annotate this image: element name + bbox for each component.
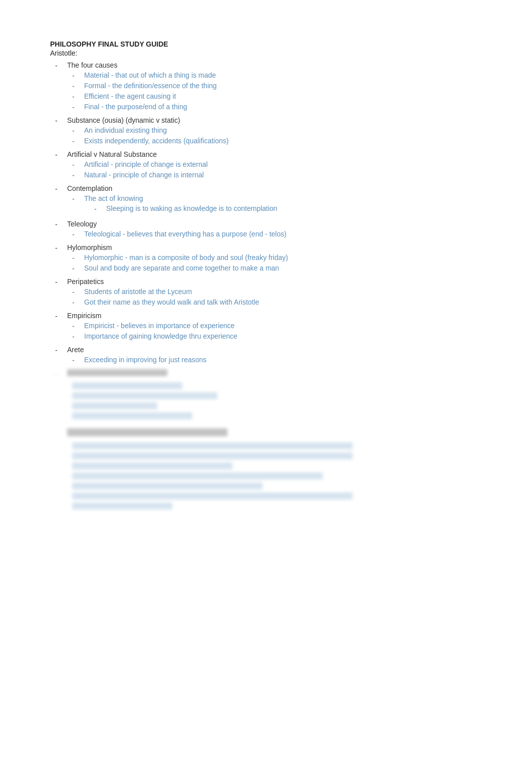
subtitle: Aristotle: [50,49,482,57]
section-label: The four causes [67,61,117,69]
bullet-icon: - [72,71,84,80]
list-item: - Teleological - believes that everythin… [72,230,482,238]
bullet-icon: - [55,312,67,320]
list-item: - Final - the purpose/end of a thing [72,103,482,111]
section-label: Contemplation [67,184,112,192]
item-label: Teleological - believes that everything … [84,230,287,238]
bullet-icon: - [55,150,67,159]
list-item: - Natural - principle of change is inter… [72,171,482,179]
item-label: Sleeping is to waking as knowledge is to… [106,204,278,212]
list-item: - Exceeding in improving for just reason… [72,356,482,364]
bullet-icon: - [72,103,84,111]
item-label: Exceeding in improving for just reasons [84,356,206,364]
item-label: Empiricist - believes in importance of e… [84,322,234,330]
sub-list: - Students of aristotle at the Lyceum - … [72,288,482,307]
list-item: - Soul and body are separate and come to… [72,264,482,273]
list-item: - Exists independently, accidents (quali… [72,137,482,145]
bullet-icon: - [55,220,67,228]
section-label: Hylomorphism [67,243,112,251]
item-label: Students of aristotle at the Lyceum [84,288,192,296]
item-label: Efficient - the agent causing it [84,92,176,100]
list-item: - Hylomorphic - man is a composite of bo… [72,253,482,262]
list-item: - Hylomorphism - Hylomorphic - man is a … [55,243,482,275]
bullet-icon: - [72,137,84,145]
bullet-icon: - [72,160,84,169]
sub-list: - Material - that out of which a thing i… [72,71,482,111]
section-label: Arete [67,346,84,354]
item-label: Final - the purpose/end of a thing [84,103,187,111]
item-label: The act of knowing [84,194,143,202]
bullet-icon: - [94,204,106,213]
bullet-icon: - [55,346,67,354]
sub-list: - The act of knowing - Sleeping is to wa… [72,194,482,215]
list-item: - Sleeping is to waking as knowledge is … [94,204,482,213]
bullet-icon: - [72,253,84,262]
sub-list: - Empiricist - believes in importance of… [72,322,482,341]
list-item: - Empiricism - Empiricist - believes in … [55,312,482,343]
bullet-icon: - [72,356,84,364]
sub-sub-list: - Sleeping is to waking as knowledge is … [94,204,482,213]
item-label: Formal - the definition/essence of the t… [84,82,217,90]
item-label: Got their name as they would walk and ta… [84,298,259,306]
bullet-icon: - [72,288,84,296]
list-item: - Material - that out of which a thing i… [72,71,482,80]
sub-list: - Teleological - believes that everythin… [72,230,482,238]
bullet-icon: - [72,171,84,179]
section-label: Teleology [67,220,97,228]
sub-list: - Exceeding in improving for just reason… [72,356,482,364]
section-label: Artificial v Natural Substance [67,150,157,158]
bullet-icon: - [55,278,67,286]
bullet-icon: - [55,243,67,252]
list-item: - The act of knowing - Sleeping is to wa… [72,194,482,215]
bullet-icon: - [55,184,67,193]
section-label: Substance (ousia) (dynamic v static) [67,116,180,124]
list-item: - Importance of gaining knowledge thru e… [72,332,482,341]
list-item: - The four causes - Material - that out … [55,61,482,113]
list-item: - Got their name as they would walk and … [72,298,482,307]
list-item: - Peripatetics - Students of aristotle a… [55,278,482,309]
page-title: PHILOSOPHY FINAL STUDY GUIDE [50,40,482,48]
item-label: Soul and body are separate and come toge… [84,264,279,272]
item-label: Exists independently, accidents (qualifi… [84,137,228,145]
item-label: Material - that out of which a thing is … [84,71,216,79]
item-label: Hylomorphic - man is a composite of body… [84,253,288,262]
sub-list: - An individual existing thing - Exists … [72,126,482,145]
section-label: Peripatetics [67,278,104,286]
list-item: - Substance (ousia) (dynamic v static) -… [55,116,482,147]
bullet-icon: - [72,92,84,101]
sub-list: - Artificial - principle of change is ex… [72,160,482,179]
item-label: Natural - principle of change is interna… [84,171,204,179]
bullet-icon: - [55,61,67,70]
page-container: PHILOSOPHY FINAL STUDY GUIDE Aristotle: … [50,40,482,512]
list-item: - Formal - the definition/essence of the… [72,82,482,90]
bullet-icon: - [72,194,84,203]
bullet-icon: - [72,332,84,341]
item-label: Importance of gaining knowledge thru exp… [84,332,237,340]
list-item: - Teleology - Teleological - believes th… [55,220,482,240]
list-item: - Students of aristotle at the Lyceum [72,288,482,296]
bullet-icon: - [72,82,84,90]
section-label: Empiricism [67,312,101,320]
bullet-icon: - [72,322,84,330]
bullet-icon: - [72,230,84,238]
sub-list: - Hylomorphic - man is a composite of bo… [72,253,482,273]
item-label: An individual existing thing [84,126,167,134]
list-item: - An individual existing thing [72,126,482,135]
list-item: - Efficient - the agent causing it [72,92,482,101]
blurred-section: - [55,369,482,512]
item-label: Artificial - principle of change is exte… [84,160,208,168]
outline: - The four causes - Material - that out … [55,61,482,512]
list-item: - Artificial v Natural Substance - Artif… [55,150,482,181]
bullet-icon: - [72,298,84,307]
bullet-icon: - [72,126,84,135]
bullet-icon: - [55,116,67,125]
bullet-icon: - [72,264,84,273]
list-item: - Arete - Exceeding in improving for jus… [55,346,482,366]
list-item: - Contemplation - The act of knowing - S… [55,184,482,217]
list-item: - Artificial - principle of change is ex… [72,160,482,169]
list-item: - Empiricist - believes in importance of… [72,322,482,330]
